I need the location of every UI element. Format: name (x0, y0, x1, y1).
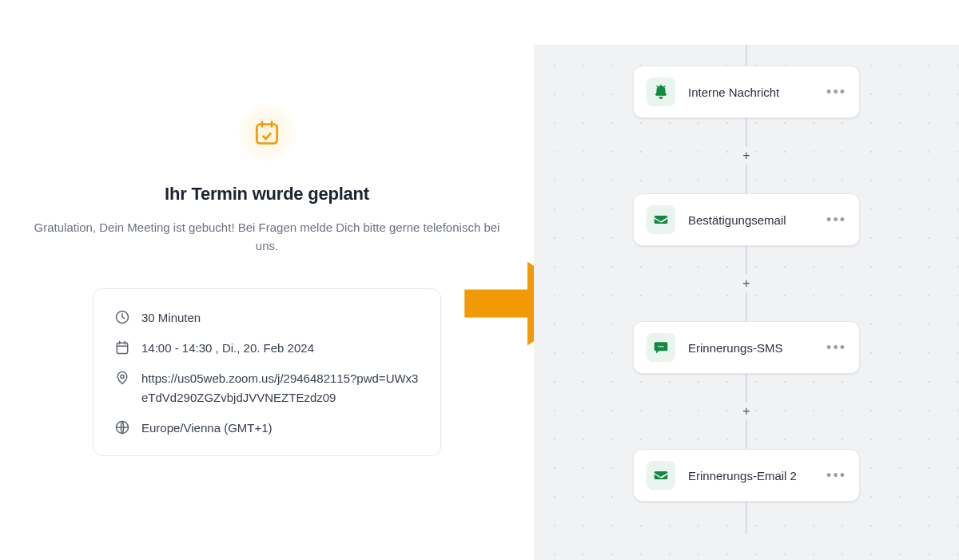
location-pin-icon (114, 370, 130, 386)
appointment-details-card: 30 Minuten 14:00 - 14:30 , Di., 20. Feb … (93, 288, 441, 456)
detail-location: https://us05web.zoom.us/j/2946482115?pwd… (114, 369, 420, 407)
workflow-canvas[interactable]: Interne Nachricht ••• Bestätigungsemail … (534, 45, 959, 560)
svg-point-5 (659, 346, 660, 348)
add-step-button[interactable] (738, 275, 755, 292)
workflow-step-label: Bestätigungsemail (688, 213, 814, 227)
more-icon[interactable]: ••• (826, 212, 846, 227)
more-icon[interactable]: ••• (826, 340, 846, 355)
envelope-icon (647, 205, 675, 234)
svg-rect-2 (117, 343, 127, 353)
more-icon[interactable]: ••• (826, 468, 846, 483)
workflow-step-label: Erinnerungs-Email 2 (688, 469, 814, 483)
more-icon[interactable]: ••• (826, 85, 846, 99)
workflow-step-label: Erinnerungs-SMS (688, 341, 814, 355)
confirmation-title: Ihr Termin wurde geplant (165, 184, 369, 205)
flow-connector (633, 118, 860, 193)
detail-timezone: Europe/Vienna (GMT+1) (114, 419, 420, 438)
envelope-icon (647, 461, 675, 490)
workflow-step[interactable]: Erinnerungs-SMS ••• (633, 321, 860, 374)
detail-duration: 30 Minuten (114, 308, 420, 328)
globe-icon (114, 419, 130, 435)
calendar-icon (114, 340, 130, 355)
workflow-step-label: Interne Nachricht (688, 85, 814, 99)
workflow-flow: Interne Nachricht ••• Bestätigungsemail … (633, 66, 860, 502)
sms-icon (647, 333, 675, 362)
duration-text: 30 Minuten (141, 308, 201, 328)
clock-icon (114, 309, 130, 325)
workflow-step[interactable]: Interne Nachricht ••• (633, 66, 860, 118)
workflow-step[interactable]: Bestätigungsemail ••• (633, 193, 860, 246)
bell-icon (647, 77, 675, 106)
detail-datetime: 14:00 - 14:30 , Di., 20. Feb 2024 (114, 339, 420, 358)
svg-point-3 (121, 375, 124, 378)
confirmation-pane: Ihr Termin wurde geplant Gratulation, De… (0, 0, 534, 560)
svg-point-7 (663, 346, 664, 348)
confirmation-subtitle: Gratulation, Dein Meeting ist gebucht! B… (24, 219, 510, 255)
datetime-text: 14:00 - 14:30 , Di., 20. Feb 2024 (141, 339, 314, 358)
flow-connector (633, 374, 860, 449)
add-step-button[interactable] (738, 147, 755, 165)
svg-point-6 (660, 346, 662, 348)
calendar-check-icon (238, 104, 296, 161)
workflow-step[interactable]: Erinnerungs-Email 2 ••• (633, 449, 860, 502)
location-text: https://us05web.zoom.us/j/2946482115?pwd… (141, 369, 420, 407)
svg-rect-0 (257, 125, 277, 144)
confirmation-content: Ihr Termin wurde geplant Gratulation, De… (24, 104, 510, 456)
flow-connector (633, 246, 860, 321)
add-step-button[interactable] (738, 403, 755, 420)
timezone-text: Europe/Vienna (GMT+1) (141, 419, 273, 438)
